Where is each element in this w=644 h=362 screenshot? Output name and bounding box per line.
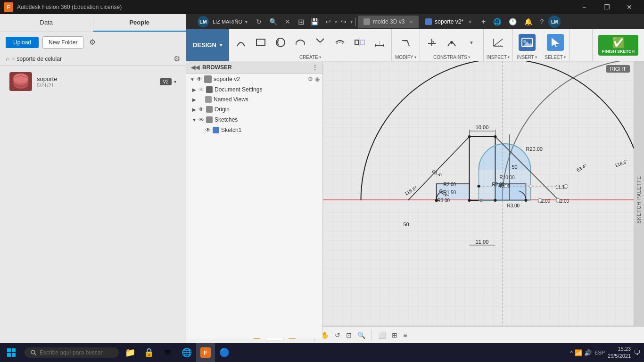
tree-item-named-views[interactable]: ▶ Named Views: [186, 95, 322, 104]
undo-button[interactable]: ↩: [322, 16, 334, 27]
tab-molde-close-icon[interactable]: ✕: [409, 19, 413, 25]
close-button[interactable]: ✕: [619, 0, 640, 14]
finish-sketch-button[interactable]: ✅ FINISH SKETCH: [598, 35, 638, 56]
tab-data[interactable]: Data: [0, 14, 93, 32]
rectangle-tool-button[interactable]: [252, 34, 270, 50]
browser-collapse-button[interactable]: ◀◀: [191, 64, 199, 71]
select-tool-button[interactable]: [545, 33, 566, 52]
breadcrumb-folder[interactable]: soporte de celular: [17, 56, 61, 62]
taskbar-clock[interactable]: 15:23 29/5/2021: [608, 346, 631, 360]
taskbar-search[interactable]: [25, 347, 119, 358]
insert-image-button[interactable]: [516, 33, 538, 52]
insert-label[interactable]: INSERT▾: [516, 55, 538, 60]
minimize-button[interactable]: −: [573, 0, 595, 14]
circle-tool-button[interactable]: [272, 34, 289, 50]
tree-expand-named-views[interactable]: ▶: [191, 96, 198, 103]
tree-vis-sketch1[interactable]: 👁: [204, 126, 212, 134]
arc-tool-button[interactable]: [291, 34, 309, 50]
tree-vis-origin[interactable]: 👁: [198, 106, 205, 113]
panel-settings-button[interactable]: ⚙: [87, 36, 98, 49]
breadcrumb-home-icon[interactable]: ⌂: [6, 55, 9, 63]
tree-item-root[interactable]: ▼ 👁 soporte v2 ⚙ ◉: [186, 74, 322, 84]
taskbar-app-chrome[interactable]: 🔵: [215, 343, 234, 362]
tree-expand-doc-settings[interactable]: ▶: [191, 86, 198, 93]
taskbar-search-input[interactable]: [40, 349, 110, 356]
help-button[interactable]: ?: [537, 16, 546, 27]
new-folder-button[interactable]: New Folder: [42, 36, 83, 49]
tree-expand-root[interactable]: ▼: [189, 76, 196, 82]
version-badge[interactable]: V2: [160, 78, 171, 85]
add-tab-button[interactable]: +: [479, 16, 488, 27]
tree-vis-root[interactable]: 👁: [196, 75, 203, 83]
tree-expand-origin[interactable]: ▶: [191, 106, 198, 113]
taskbar-app-edge[interactable]: 🌐: [177, 343, 196, 362]
mirror-tool-button[interactable]: [351, 34, 369, 50]
constraints-label[interactable]: CONSTRAINTS▾: [423, 55, 480, 60]
constraints-expand-button[interactable]: ▼: [462, 34, 480, 50]
restore-button[interactable]: ❐: [596, 0, 618, 14]
tree-vis-sketches[interactable]: 👁: [198, 116, 205, 123]
zoom-fit-button[interactable]: ⊡: [345, 330, 353, 340]
systray-expand-icon[interactable]: ^: [570, 349, 573, 356]
tree-item-sketches[interactable]: ▼ 👁 Sketches: [186, 115, 322, 125]
file-version[interactable]: V2 ▾: [160, 78, 176, 85]
taskbar-app-lock[interactable]: 🔒: [140, 343, 158, 362]
settings-display-button[interactable]: ≡: [402, 330, 408, 340]
orbit-button[interactable]: ↺: [333, 330, 342, 340]
view-cube-button[interactable]: ⬜: [377, 330, 388, 340]
file-item[interactable]: soporte 5/21/21 V2 ▾: [6, 69, 180, 94]
root-settings-icon[interactable]: ⚙: [308, 76, 313, 82]
online-button[interactable]: 🌐: [490, 16, 504, 27]
canvas-area[interactable]: 10.00 50 R20.00 116.6° 116.6° 63.4° 63.4…: [323, 61, 644, 338]
taskbar-app-mail[interactable]: ✉: [158, 343, 177, 362]
clock-button[interactable]: 🕐: [506, 16, 520, 27]
coincident-constraint-button[interactable]: [443, 34, 461, 50]
taskbar-right: ^ 📶 🔊 ESP 15:23 29/5/2021 🗨: [570, 346, 644, 360]
offset-tool-button[interactable]: [331, 34, 349, 50]
taskbar-app-file-explorer[interactable]: 📁: [121, 343, 140, 362]
inspect-items: [489, 30, 507, 55]
user-menu-button[interactable]: LM LIZ MARIÑO ▾: [194, 14, 251, 29]
start-button[interactable]: [0, 343, 23, 362]
line-tool-button[interactable]: [232, 34, 250, 50]
browser-menu-button[interactable]: ⋮: [312, 64, 318, 71]
file-thumbnail: [9, 72, 32, 91]
tree-expand-sketches[interactable]: ▼: [191, 116, 198, 123]
tree-item-origin[interactable]: ▶ 👁 Origin: [186, 104, 322, 115]
refresh-button[interactable]: ↻: [253, 16, 264, 27]
design-mode-button[interactable]: DESIGN ▾: [186, 29, 229, 61]
perpendicular-constraint-button[interactable]: [423, 34, 441, 50]
tree-item-sketch1[interactable]: 👁 Sketch1: [186, 125, 322, 135]
tab-molde[interactable]: molde 3D v3 ✕: [358, 16, 419, 28]
inspect-label[interactable]: INSPECT▾: [487, 55, 510, 60]
breadcrumb-settings-icon[interactable]: ⚙: [173, 54, 180, 63]
tab-people[interactable]: People: [93, 14, 186, 32]
notification-button[interactable]: 🔔: [521, 16, 535, 27]
modify-label[interactable]: MODIFY▾: [395, 55, 417, 60]
tree-vis-doc-settings[interactable]: 👁: [198, 86, 205, 93]
user-avatar-top-right[interactable]: LM: [548, 16, 561, 28]
create-label[interactable]: CREATE▾: [232, 55, 388, 60]
systray-network-icon[interactable]: 📶: [575, 349, 582, 356]
tree-item-doc-settings[interactable]: ▶ 👁 Document Settings: [186, 84, 322, 95]
zoom-in-button[interactable]: 🔍: [356, 330, 367, 340]
taskbar-app-fusion[interactable]: F: [196, 343, 215, 362]
taskbar-notification-icon[interactable]: 🗨: [634, 349, 640, 356]
grid-display-button[interactable]: ⊞: [390, 330, 399, 340]
search-button[interactable]: 🔍: [266, 16, 280, 27]
trim-tool-button[interactable]: [311, 34, 329, 50]
close-panel-button[interactable]: ✕: [282, 16, 293, 27]
tab-soporte[interactable]: soporte v2* ✕: [420, 16, 478, 28]
save-button[interactable]: 💾: [308, 16, 322, 27]
redo-button[interactable]: ↪: [338, 16, 349, 27]
measure-button[interactable]: [489, 34, 507, 50]
taskbar-language[interactable]: ESP: [594, 350, 605, 355]
grid-icon[interactable]: ⊞: [295, 16, 307, 28]
root-more-icon[interactable]: ◉: [315, 76, 320, 82]
systray-volume-icon[interactable]: 🔊: [584, 349, 592, 356]
upload-button[interactable]: Upload: [6, 37, 39, 48]
tab-soporte-close-icon[interactable]: ✕: [468, 19, 472, 25]
fillet-tool-button[interactable]: [396, 34, 414, 50]
dimension-tool-button[interactable]: [371, 34, 388, 50]
select-label[interactable]: SELECT▾: [544, 55, 566, 60]
